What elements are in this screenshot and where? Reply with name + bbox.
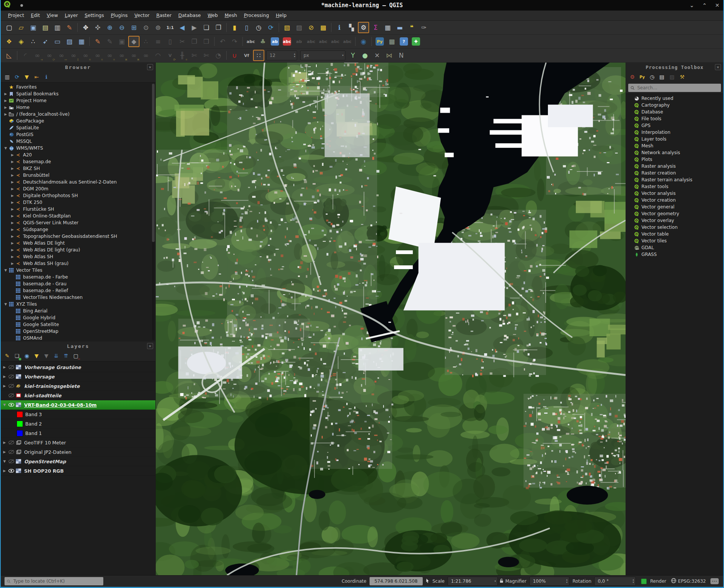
close-button[interactable]: ✕ [715,2,719,8]
expander-icon[interactable]: ▶ [3,92,8,96]
browser-tree-item[interactable]: ▶≺Web Atlas DE light [1,240,155,247]
layers-panel-close-icon[interactable]: ✕ [147,343,153,349]
data-source-manager-icon[interactable]: ❖ [3,36,15,47]
toolbox-tree-item[interactable]: Recently used [626,95,723,102]
toolbox-tree-item[interactable]: Vector geometry [626,210,723,217]
menu-project[interactable]: Project [5,11,28,20]
collapse-all-layers-icon[interactable]: ⇈ [62,352,70,360]
add-group-icon[interactable]: ❏● [13,352,21,360]
expander-icon[interactable]: ▶ [2,375,8,378]
browser-tree-item[interactable]: ▶≺QGIS-Server Link Muster [1,219,155,226]
toolbox-tree-item[interactable]: GRASS [626,251,723,258]
menu-mesh[interactable]: Mesh [221,11,241,20]
browser-tree-item[interactable]: basemap.de - Grau [1,280,155,287]
layer-labeling-options-icon[interactable]: abc [245,36,256,47]
coordinate-input[interactable]: 574.798 6.021.508 [370,577,423,585]
toggle-editing-icon[interactable]: ✎ [104,36,115,47]
toolbox-search-input[interactable] [637,85,719,91]
toolbox-tree-item[interactable]: Vector overlay [626,217,723,224]
expander-icon[interactable]: ▶ [3,112,8,116]
browser-tree-item[interactable]: ▶≺DTK 250 [1,199,155,206]
zoom-next-icon[interactable]: ▶ [189,22,200,33]
browser-tree-item[interactable]: ▶≺basemap.de [1,158,155,165]
new-geopackage-layer-icon[interactable]: ◈ [15,36,27,47]
select-by-location-icon[interactable]: ▩ [318,22,329,33]
toolbox-tree-item[interactable]: Layer tools [626,136,723,142]
measure-line-icon[interactable]: ▬ [394,22,405,33]
show-spatial-bookmarks-icon[interactable]: ▯ [241,22,252,33]
browser-tree-item[interactable]: Google Satellite [1,321,155,328]
expander-icon[interactable]: ▶ [2,384,8,388]
label-toolbar-pin-icon[interactable]: ab [269,36,281,47]
layer-row[interactable]: ▶Original JP2-Dateien [1,447,155,457]
pan-to-selection-icon[interactable]: ✜ [92,22,103,33]
browser-scrollbar[interactable] [152,84,155,340]
open-project-icon[interactable]: ▱ [15,22,27,33]
toolbox-tree-item[interactable]: Cartography [626,102,723,109]
reverse-line-icon[interactable]: N [396,50,407,61]
expander-icon[interactable]: ▶ [2,469,8,473]
eye-hidden-icon[interactable] [8,384,15,388]
layer-row[interactable]: Band 2 [1,419,155,429]
zoom-in-icon[interactable]: ⊕ [104,22,115,33]
collapse-all-icon[interactable]: ⇤ [32,73,41,81]
expander-icon[interactable]: ▼ [2,459,8,463]
expander-icon[interactable]: ▶ [2,450,8,454]
add-selected-layers-icon[interactable]: ▥ [3,73,11,81]
magnifier-spinner[interactable]: 100%▴▾ [529,577,569,586]
map-canvas[interactable] [156,63,626,575]
new-project-icon[interactable]: ▢ [3,22,15,33]
toolbox-tree-item[interactable]: Raster terrain analysis [626,176,723,183]
delete-ring-icon[interactable]: ∞✖ [128,50,140,61]
label-rotate-icon[interactable]: abc [318,36,329,47]
browser-tree-item[interactable]: ▶Spatial Bookmarks [1,90,155,97]
crs-globe-icon[interactable] [671,578,676,585]
layer-row[interactable]: ▶Vorhersage [1,372,155,381]
zoom-to-layer-icon[interactable]: ⊚ [152,22,164,33]
eye-hidden-icon[interactable] [8,374,15,379]
cut-features-icon[interactable]: ✂ [176,36,188,47]
digitize-unit-combo[interactable]: px▾ [300,51,345,60]
new-spatial-bookmark-icon[interactable]: ▮ [229,22,240,33]
run-feature-action-icon[interactable]: ▚ [346,22,357,33]
menu-help[interactable]: Help [272,11,290,20]
add-ring-icon[interactable]: ∞✳ [92,50,103,61]
browser-tree-item[interactable]: ▶≺A20 [1,152,155,158]
menu-vector[interactable]: Vector [131,11,153,20]
delete-part-icon[interactable]: ∞ [140,50,152,61]
browser-tree-item[interactable]: GeoPackage [1,118,155,124]
browser-panel-close-icon[interactable]: ✕ [147,64,153,70]
browser-tree-item[interactable]: ▶≺Digitale Orthophotos SH [1,192,155,199]
map-tips-icon[interactable]: ❝ [406,22,417,33]
browser-tree-item[interactable]: ▶≺Web Atlas DE light (grau) [1,247,155,253]
toolbox-tree-item[interactable]: Database [626,109,723,115]
merge-features-icon[interactable]: ✄ [201,50,212,61]
rotate-feature-icon[interactable]: ∞⟳ [44,50,55,61]
layer-row[interactable]: ▶GeoTIFF 10 Meter [1,438,155,447]
new-virtual-layer-icon[interactable]: ▨ [64,36,75,47]
minimize-button[interactable]: ⌄ [690,2,694,8]
menu-database[interactable]: Database [175,11,204,20]
toolbox-tree-item[interactable]: File tools [626,115,723,122]
expander-icon[interactable]: ▶ [10,187,15,191]
undo-icon[interactable]: ↶ [217,36,228,47]
browser-tree-item[interactable]: ▶Home [1,104,155,111]
expander-icon[interactable]: ▼ [3,146,8,150]
expander-icon[interactable]: ▶ [10,214,15,218]
help-contents-icon[interactable]: ? [398,36,410,47]
menu-web[interactable]: Web [204,11,221,20]
toolbox-tree-item[interactable]: GPS [626,122,723,129]
metasearch-icon[interactable]: ◉ [358,36,369,47]
processing-history-icon[interactable]: ◷ [648,73,656,81]
refresh-browser-icon[interactable]: ⟳ [13,73,21,81]
zoom-last-icon[interactable]: ◀ [176,22,188,33]
expander-icon[interactable]: ▶ [3,99,8,103]
expander-icon[interactable]: ▶ [10,173,15,177]
eye-hidden-icon[interactable] [8,393,15,398]
eye-hidden-icon[interactable] [8,459,15,464]
processing-options-icon[interactable]: ⚒ [678,73,686,81]
expander-icon[interactable]: ▶ [10,221,15,225]
toolbox-tree-item[interactable]: Vector general [626,204,723,210]
menu-raster[interactable]: Raster [153,11,175,20]
digitize-segment-icon[interactable]: ◆ [128,36,140,47]
